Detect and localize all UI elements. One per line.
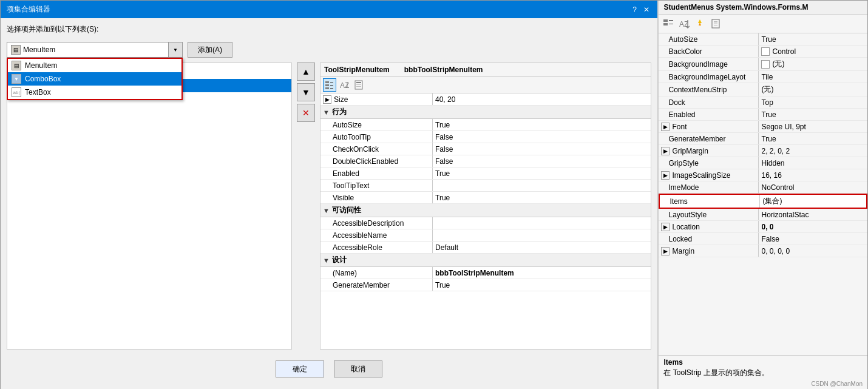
dropdown-item-textbox[interactable]: ab| TextBox <box>8 86 181 99</box>
sidebar-prop-gripmargin: ▶ GripMargin <box>659 145 759 157</box>
prop-value-visible: True <box>433 192 651 203</box>
prop-name-size[interactable]: ▶ Size <box>320 93 433 105</box>
svg-rect-9 <box>356 82 361 83</box>
dropdown-container: ▤ MenuItem ▼ ▤ MenuItem ▼ <box>7 42 183 58</box>
prop-name-accessiblerole: AccessibleRole <box>320 242 433 253</box>
prop-name-tooltiptext: ToolTipText <box>320 180 433 191</box>
bottom-actions: 确定 取消 <box>7 354 651 384</box>
title-bar-buttons: ? ✕ <box>629 5 651 15</box>
prop-value-name: bbbToolStripMenuItem <box>433 267 651 279</box>
cancel-button[interactable]: 取消 <box>334 360 382 377</box>
dialog-title: 项集合编辑器 <box>7 4 50 15</box>
section-expand-accessibility[interactable]: ▼ <box>323 207 330 214</box>
prop-row-autosize: AutoSize True <box>320 119 651 131</box>
svg-rect-15 <box>669 24 673 24</box>
type-dropdown[interactable]: ▤ MenuItem <box>7 42 183 58</box>
prop-value-checkonclick: False <box>433 143 651 155</box>
textbox-icon: ab| <box>12 87 21 97</box>
add-button[interactable]: 添加(A) <box>188 42 232 58</box>
title-bar: 项集合编辑器 ? ✕ <box>1 1 657 18</box>
expand-icon-location[interactable]: ▶ <box>661 223 670 231</box>
sidebar-val-backcolor: Control <box>759 46 867 57</box>
dropdown-selected-icon: ▤ MenuItem <box>11 45 55 55</box>
prop-row-size: ▶ Size 40, 20 <box>320 93 651 106</box>
section-expand-behavior[interactable]: ▼ <box>323 109 330 116</box>
dropdown-item-combobox[interactable]: ▼ ComboBox <box>8 72 181 86</box>
select-label: 选择项并添加到以下列表(S): <box>7 24 651 35</box>
section-design: ▼ 设计 <box>320 254 651 267</box>
side-buttons: ▲ ▼ ✕ <box>297 63 315 350</box>
expand-icon-imagescalingsize[interactable]: ▶ <box>661 171 670 180</box>
bottom-desc: 在 ToolStrip 上显示的项的集合。 <box>663 368 863 378</box>
dialog-window: 项集合编辑器 ? ✕ 选择项并添加到以下列表(S): ▤ MenuItem <box>0 0 868 389</box>
sidebar-val-items: (集合) <box>760 195 866 208</box>
ok-button[interactable]: 确定 <box>276 360 324 377</box>
sidebar-row-location: ▶ Location 0, 0 <box>659 221 867 233</box>
prop-row-checkonclick: CheckOnClick False <box>320 143 651 155</box>
help-button[interactable]: ? <box>629 5 639 15</box>
close-button[interactable]: ✕ <box>642 5 651 15</box>
expand-icon-size[interactable]: ▶ <box>323 95 331 104</box>
sidebar-prop-enabled: Enabled <box>659 109 759 120</box>
prop-name-visible: Visible <box>320 192 433 203</box>
left-panel: 项集合编辑器 ? ✕ 选择项并添加到以下列表(S): ▤ MenuItem <box>1 1 658 389</box>
prop-row-enabled: Enabled True <box>320 167 651 180</box>
prop-name-name: (Name) <box>320 267 433 279</box>
right-sidebar: StudentMenus System.Windows.Forms.M AZ A… <box>658 1 867 389</box>
dropdown-item-menuitem[interactable]: ▤ MenuItem <box>8 59 181 72</box>
sidebar-prop-imemode: ImeMode <box>659 181 759 193</box>
props-type-label: ToolStripMenuItem <box>324 66 390 74</box>
sidebar-prop-contextmenustrip: ContextMenuStrip <box>659 83 759 96</box>
sidebar-prop-locked: Locked <box>659 233 759 245</box>
alphabetical-view-button[interactable]: AZ <box>337 78 351 92</box>
bgimage-swatch <box>761 60 770 69</box>
move-up-button[interactable]: ▲ <box>297 63 315 81</box>
sidebar-val-bgimagelayout: Tile <box>759 71 867 83</box>
dialog-content: 选择项并添加到以下列表(S): ▤ MenuItem ▼ <box>1 18 657 389</box>
sidebar-categorized-btn[interactable] <box>661 16 676 31</box>
sidebar-alpha-btn[interactable]: AZ <box>677 16 691 31</box>
sidebar-prop-layoutstyle: LayoutStyle <box>659 209 759 220</box>
sidebar-row-generatemember: GenerateMember True <box>659 133 867 145</box>
sidebar-val-margin: 0, 0, 0, 0 <box>759 245 867 257</box>
bottom-info: Items 在 ToolStrip 上显示的项的集合。 CSDN @ChanMo… <box>659 355 867 389</box>
sidebar-proppage-btn[interactable] <box>708 16 723 31</box>
categorized-view-button[interactable] <box>323 78 336 92</box>
sidebar-row-bgimagelayout: BackgroundImageLayot Tile <box>659 71 867 83</box>
props-name-label: bbbToolStripMenuItem <box>404 66 483 74</box>
prop-name-accessiblename: AccessibleName <box>320 229 433 241</box>
prop-name-generatemember: GenerateMember <box>320 279 433 291</box>
properties-page-button[interactable] <box>352 78 365 92</box>
prop-name-accessibledesc: AccessibleDescription <box>320 217 433 229</box>
sidebar-events-btn[interactable] <box>693 16 707 31</box>
expand-icon-gripmargin[interactable]: ▶ <box>661 147 670 155</box>
prop-row-accessiblerole: AccessibleRole Default <box>320 242 651 254</box>
section-accessibility: ▼ 可访问性 <box>320 204 651 217</box>
prop-value-generatemember: True <box>433 279 651 291</box>
sidebar-row-gripstyle: GripStyle Hidden <box>659 157 867 169</box>
svg-rect-4 <box>330 85 333 86</box>
delete-button[interactable]: ✕ <box>297 104 315 122</box>
expand-icon-margin[interactable]: ▶ <box>661 247 670 255</box>
sidebar-row-autosize: AutoSize True <box>659 33 867 46</box>
sidebar-row-enabled: Enabled True <box>659 109 867 121</box>
bottom-label: Items <box>663 358 863 367</box>
move-down-button[interactable]: ▼ <box>297 83 315 101</box>
sidebar-row-layoutstyle: LayoutStyle HorizontalStac <box>659 209 867 221</box>
watermark: CSDN @ChanMon <box>663 381 863 387</box>
main-area: ▤ aaaToolStripMenuItem ▤ bbbToolStripMen… <box>7 63 651 350</box>
prop-value-accessibledesc <box>433 217 651 229</box>
expand-icon-font[interactable]: ▶ <box>661 123 670 131</box>
dropdown-arrow[interactable]: ▼ <box>168 42 183 58</box>
dropdown-selected-label: MenuItem <box>23 46 55 54</box>
sidebar-row-dock: Dock Top <box>659 96 867 109</box>
section-expand-design[interactable]: ▼ <box>323 257 330 264</box>
properties-panel: ToolStripMenuItem bbbToolStripMenuItem A… <box>320 63 651 350</box>
sidebar-val-locked: False <box>759 233 867 245</box>
prop-row-visible: Visible True <box>320 192 651 204</box>
props-toolbar: AZ <box>320 77 651 93</box>
sidebar-row-font: ▶ Font Segoe UI, 9pt <box>659 121 867 133</box>
prop-value-autotooltip: False <box>433 131 651 143</box>
dropdown-popup: ▤ MenuItem ▼ ComboBox ab| TextBox <box>7 58 183 100</box>
combobox-label: ComboBox <box>25 75 61 83</box>
